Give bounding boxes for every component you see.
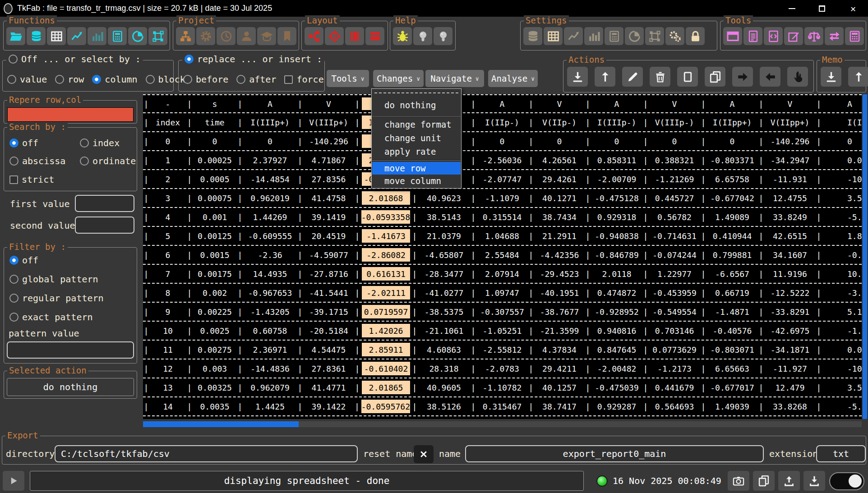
table-cell[interactable]: |0.703146 xyxy=(642,322,700,340)
table-cell[interactable]: |-0.714631 xyxy=(642,227,700,245)
table-cell[interactable]: |V(IIp-) xyxy=(528,113,585,131)
table-cell[interactable]: |V xyxy=(297,95,354,112)
table-cell[interactable]: |-2.02111 xyxy=(354,284,411,302)
actions-trash-button[interactable] xyxy=(650,67,670,87)
layout-target-button[interactable] xyxy=(325,27,344,45)
table-cell[interactable]: |27.8356 xyxy=(297,170,354,188)
copy-button[interactable] xyxy=(753,471,775,491)
table-cell[interactable]: |-10.56 xyxy=(816,170,862,188)
table-cell[interactable]: |4.26561 xyxy=(528,151,585,169)
menu-tearoff[interactable] xyxy=(372,90,461,96)
table-cell[interactable]: |34.1607 xyxy=(758,246,816,264)
tools-window-button[interactable] xyxy=(723,27,742,45)
table-cell[interactable]: |V xyxy=(642,95,700,112)
theme-toggle[interactable] xyxy=(829,472,864,490)
table-cell[interactable]: |-2.56036 xyxy=(470,151,528,169)
actions-arrow-right-button[interactable] xyxy=(732,67,753,87)
table-cell[interactable]: |-0.967653 xyxy=(237,284,297,302)
table-cell[interactable]: |I(IIIp-) xyxy=(585,113,642,131)
table-cell[interactable]: |0.0354 xyxy=(816,341,862,359)
menubutton-navigate[interactable]: Navigate∨ xyxy=(425,70,484,87)
table-cell[interactable]: |0.929318 xyxy=(585,208,642,226)
tools-swap-button[interactable] xyxy=(825,27,844,45)
table-cell[interactable]: |1 xyxy=(143,151,186,169)
table-cell[interactable]: |I(IIIp+) xyxy=(237,113,297,131)
actions-pencil-button[interactable] xyxy=(622,67,643,87)
pattern-value-input[interactable] xyxy=(7,341,134,359)
table-cell[interactable]: |0 xyxy=(186,132,237,150)
table-cell[interactable]: |0 xyxy=(642,132,700,150)
table-cell[interactable]: |-0.40576 xyxy=(700,322,758,340)
table-cell[interactable]: |40.9623 xyxy=(411,189,470,207)
table-cell[interactable]: |-5.139 xyxy=(816,397,862,415)
horizontal-scrollbar-thumb[interactable] xyxy=(143,421,299,427)
table-cell[interactable]: |0.66719 xyxy=(700,284,758,302)
table-cell[interactable]: |33.8268 xyxy=(758,397,816,415)
table-cell[interactable]: |V(IIIp-) xyxy=(642,113,700,131)
table-cell[interactable]: |-34.2947 xyxy=(758,151,816,169)
menu-item-do-nothing[interactable]: do nothing xyxy=(372,96,461,114)
table-cell[interactable]: |2.85911 xyxy=(354,341,411,359)
table-cell[interactable]: |0.0005 xyxy=(186,170,237,188)
table-cell[interactable]: |0.847645 xyxy=(585,341,642,359)
table-cell[interactable]: |-38.5375 xyxy=(411,303,470,321)
memo-download-button[interactable] xyxy=(821,67,841,87)
table-cell[interactable]: |12.479 xyxy=(758,378,816,396)
table-cell[interactable]: |6 xyxy=(143,246,186,264)
actions-download-button[interactable] xyxy=(567,67,588,87)
table-cell[interactable]: |0.0336 xyxy=(816,151,862,169)
table-cell[interactable]: |0.56782 xyxy=(642,208,700,226)
download-button[interactable] xyxy=(803,471,825,491)
table-cell[interactable]: |I(IIp-) xyxy=(470,113,528,131)
settings-calculator-button[interactable] xyxy=(605,27,623,45)
table-cell[interactable]: |2.55484 xyxy=(470,246,528,264)
table-cell[interactable]: |-40.1951 xyxy=(528,284,585,302)
table-cell[interactable]: |12.4755 xyxy=(758,189,816,207)
table-cell[interactable]: |7 xyxy=(143,265,186,283)
table-cell[interactable]: |-27.8716 xyxy=(297,265,354,283)
table-cell[interactable]: |-4.65807 xyxy=(411,246,470,264)
project-org-tree-button[interactable] xyxy=(176,27,195,45)
table-cell[interactable]: |-0.940838 xyxy=(585,227,642,245)
table-cell[interactable]: |33.8249 xyxy=(758,208,816,226)
table-cell[interactable]: |4.71867 xyxy=(297,151,354,169)
table-cell[interactable]: |-140.296 xyxy=(758,132,816,150)
spreadsheet[interactable]: |-|s|A|V|A|V|A|V|A|V|A|V|A|index|time|I(… xyxy=(143,94,862,419)
insert-option-force[interactable]: force xyxy=(284,74,323,85)
project-gear-button[interactable] xyxy=(196,27,215,45)
table-cell[interactable]: |0 xyxy=(470,132,528,150)
table-cell[interactable]: |-20.5184 xyxy=(297,322,354,340)
table-cell[interactable]: |-1.2173 xyxy=(642,359,700,378)
table-cell[interactable]: |-2.36 xyxy=(237,246,297,264)
replace-radio[interactable] xyxy=(185,55,194,64)
table-cell[interactable]: |0.003 xyxy=(186,359,237,378)
table-cell[interactable]: |29.4261 xyxy=(528,170,585,188)
search-ordinate-radio[interactable] xyxy=(80,157,89,166)
table-cell[interactable]: |9 xyxy=(143,303,186,321)
table-cell[interactable]: |0.616131 xyxy=(354,265,411,283)
table-cell[interactable]: |0.315467 xyxy=(470,397,528,415)
filter-regular-pattern-radio[interactable] xyxy=(9,294,18,303)
table-cell[interactable]: |-29.4523 xyxy=(528,265,585,283)
select-row-radio[interactable] xyxy=(55,75,64,84)
insert-option-after[interactable]: after xyxy=(236,74,276,85)
table-cell[interactable]: |1.4425 xyxy=(237,397,297,415)
table-cell[interactable]: |2.0118 xyxy=(585,265,642,283)
table-cell[interactable]: |-0.0593358 xyxy=(354,208,411,226)
table-cell[interactable]: |13 xyxy=(143,378,186,396)
table-cell[interactable]: |0.940816 xyxy=(585,322,642,340)
table-cell[interactable]: |-39.1715 xyxy=(297,303,354,321)
table-cell[interactable]: |0.00175 xyxy=(186,265,237,283)
table-cell[interactable]: |0.00225 xyxy=(186,303,237,321)
table-cell[interactable]: |0 xyxy=(528,132,585,150)
table-cell[interactable]: |1.49089 xyxy=(700,208,758,226)
functions-crop-button[interactable] xyxy=(148,27,167,45)
table-cell[interactable]: |40.1257 xyxy=(528,378,585,396)
table-cell[interactable]: |1.49039 xyxy=(700,397,758,415)
table-cell[interactable]: |41.4758 xyxy=(297,189,354,207)
table-cell[interactable]: |0.00325 xyxy=(186,378,237,396)
table-cell[interactable]: |4 xyxy=(143,208,186,226)
table-cell[interactable]: |-1.907 xyxy=(816,322,862,340)
table-cell[interactable]: |0.799881 xyxy=(700,246,758,264)
table-cell[interactable]: |-0.803371 xyxy=(700,151,758,169)
